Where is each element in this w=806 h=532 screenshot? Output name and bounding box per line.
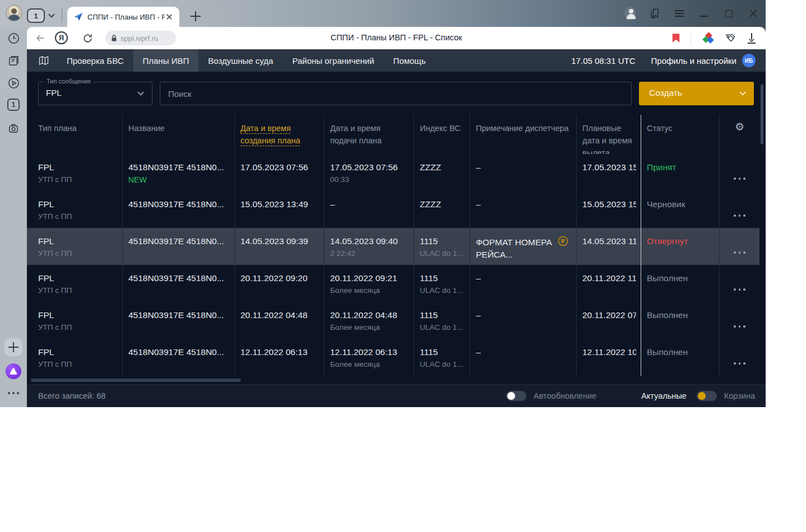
status-badge: Выполнен	[647, 273, 715, 283]
table-header: Тип плана Название Дата и время создания…	[27, 115, 759, 154]
new-tab-button[interactable]	[188, 9, 203, 24]
user-avatar[interactable]: ИБ	[742, 54, 756, 67]
chevron-down-icon	[137, 89, 143, 95]
profile-settings-link[interactable]: Профиль и настройки	[651, 56, 736, 66]
cell-note: –	[476, 347, 572, 357]
collections-icon[interactable]	[725, 32, 736, 44]
row-menu-icon[interactable]	[734, 288, 745, 291]
table-row-selected[interactable]: FPLУТП с ПП 4518N03917E 4518N0... 14.05.…	[27, 228, 759, 265]
downloads-icon[interactable]	[747, 32, 757, 44]
map-icon[interactable]	[38, 55, 49, 66]
nav-item-help[interactable]: Помощь	[384, 49, 436, 72]
extensions-icon[interactable]	[702, 32, 714, 44]
header-aircraft-index[interactable]: Индекс ВС	[414, 115, 470, 154]
cell-plan-subtype: УТП с ПП	[38, 212, 118, 221]
browser-user-icon[interactable]	[624, 7, 636, 20]
header-created-sorted[interactable]: Дата и время создания плана	[234, 115, 324, 154]
cell-plan-type: FPL	[38, 273, 118, 283]
tab-list-chevron-icon[interactable]	[48, 11, 54, 17]
cell-planned: 15.05.2023 15	[582, 199, 636, 209]
minimize-button[interactable]	[698, 8, 710, 19]
autorefresh-toggle[interactable]	[506, 391, 526, 401]
cell-plan-subtype: УТП с ПП	[38, 286, 118, 295]
cell-name: 4518N03917E 4518N0...	[128, 310, 230, 320]
cell-submitted: 20.11.2022 09:21	[330, 273, 409, 283]
nav-item-restriction-areas[interactable]: Районы ограничений	[282, 49, 383, 72]
close-button[interactable]	[748, 8, 759, 19]
nav-item-aircraft[interactable]: Воздушные суда	[198, 49, 282, 72]
row-menu-icon[interactable]	[734, 362, 745, 365]
browser-toolbar: Я sppi.ivprf.ru СППИ - Планы ИВП - FPL -…	[27, 27, 766, 49]
table-row[interactable]: FPLУТП с ПП 4518N03917E 4518N0...NEW 17.…	[27, 154, 759, 191]
sidebar-more-icon[interactable]	[7, 392, 20, 394]
cell-submitted-sub: Более месяца	[330, 323, 409, 332]
header-plan-type[interactable]: Тип плана	[27, 115, 122, 154]
nav-item-ivp-plans[interactable]: Планы ИВП	[133, 49, 199, 72]
horizontal-scrollbar[interactable]	[31, 379, 766, 382]
row-menu-icon[interactable]	[734, 325, 745, 328]
cell-created: 15.05.2023 13:49	[240, 199, 319, 209]
actual-label[interactable]: Актуальные	[641, 391, 687, 400]
browser-menu-icon[interactable]	[674, 8, 685, 19]
row-menu-icon[interactable]	[734, 214, 745, 217]
tab-counter-icon[interactable]: 1	[7, 98, 20, 111]
status-badge: Выполнен	[647, 347, 715, 357]
header-status[interactable]: Статус	[641, 115, 719, 154]
tab-title: СППИ - Планы ИВП - F	[87, 13, 165, 21]
cell-submitted-sub: Более месяца	[330, 286, 409, 295]
message-type-label: Тип сообщения	[44, 78, 94, 85]
nav-item-bvs-check[interactable]: Проверка БВС	[57, 49, 133, 72]
table-row[interactable]: FPLУТП с ПП 4518N03917E 4518N0... 20.11.…	[27, 265, 759, 302]
actual-trash-toggle[interactable]	[697, 391, 717, 401]
table-row[interactable]: FPLУТП с ПП 4518N03917E 4518N0... 12.11.…	[27, 339, 759, 376]
row-menu-icon[interactable]	[734, 251, 745, 254]
screenshot-camera-icon[interactable]	[7, 121, 20, 134]
tab-count-button[interactable]: 1	[27, 8, 45, 23]
cell-submitted: –	[330, 199, 409, 209]
sidebar-add-button[interactable]	[4, 338, 22, 356]
cell-plan-type: FPL	[38, 347, 118, 357]
search-input[interactable]	[160, 82, 632, 105]
cell-created: 12.11.2022 06:13	[240, 347, 319, 357]
cell-submitted: 17.05.2023 07:56	[330, 162, 409, 172]
trash-label[interactable]: Корзина	[724, 391, 755, 400]
create-button[interactable]: Создать	[639, 82, 754, 105]
cell-planned: 20.11.2022 07:	[582, 310, 636, 320]
filter-bar: Тип сообщения FPL Создать	[27, 72, 766, 105]
cell-aircraft: 1115	[420, 236, 465, 246]
status-badge: Отвергнут	[647, 236, 715, 246]
cell-planned: 17.05.2023 15:	[582, 162, 636, 172]
cell-submitted-sub: 2 22:42	[330, 249, 409, 258]
browser-profile-avatar[interactable]	[6, 4, 22, 21]
maximize-button[interactable]	[723, 8, 734, 19]
header-submitted[interactable]: Дата и время подачи плана	[324, 115, 414, 154]
notes-icon[interactable]	[7, 54, 20, 67]
cell-plan-subtype: УТП с ПП	[38, 323, 118, 332]
vertical-scrollbar[interactable]	[761, 84, 763, 144]
page-title: СППИ - Планы ИВП - FPL - Список	[27, 33, 766, 42]
cell-aircraft: 1115	[420, 347, 465, 357]
tab-panels-icon[interactable]	[649, 8, 660, 19]
cell-name: 4518N03917E 4518N0...	[128, 162, 230, 172]
history-icon[interactable]	[7, 31, 20, 45]
gear-icon: ⚙	[735, 122, 744, 132]
cell-note: –	[476, 162, 572, 172]
site-favicon	[74, 12, 83, 21]
message-type-select[interactable]: Тип сообщения FPL	[38, 82, 152, 105]
cell-submitted-sub: 00:33	[330, 175, 409, 184]
note-list-icon[interactable]	[558, 236, 568, 246]
header-planned-departure[interactable]: Плановые дата и время вылета	[576, 115, 641, 154]
play-icon[interactable]	[7, 76, 20, 90]
header-name[interactable]: Название	[122, 115, 234, 154]
table-row[interactable]: FPLУТП с ПП 4518N03917E 4518N0... 20.11.…	[27, 302, 759, 339]
tab-close-icon[interactable]	[165, 12, 174, 21]
bookmark-icon[interactable]	[672, 33, 680, 43]
table-row[interactable]: FPLУТП с ПП 4518N03917E 4518N0... 15.05.…	[27, 191, 759, 228]
cell-plan-type: FPL	[38, 236, 118, 246]
alice-assistant-icon[interactable]	[6, 363, 21, 379]
column-settings-button[interactable]: ⚙	[719, 115, 759, 154]
header-dispatcher-note[interactable]: Примечание диспетчера	[470, 115, 576, 154]
browser-tab[interactable]: СППИ - Планы ИВП - F	[67, 7, 179, 27]
row-menu-icon[interactable]	[734, 178, 745, 180]
message-type-value: FPL	[46, 88, 62, 97]
